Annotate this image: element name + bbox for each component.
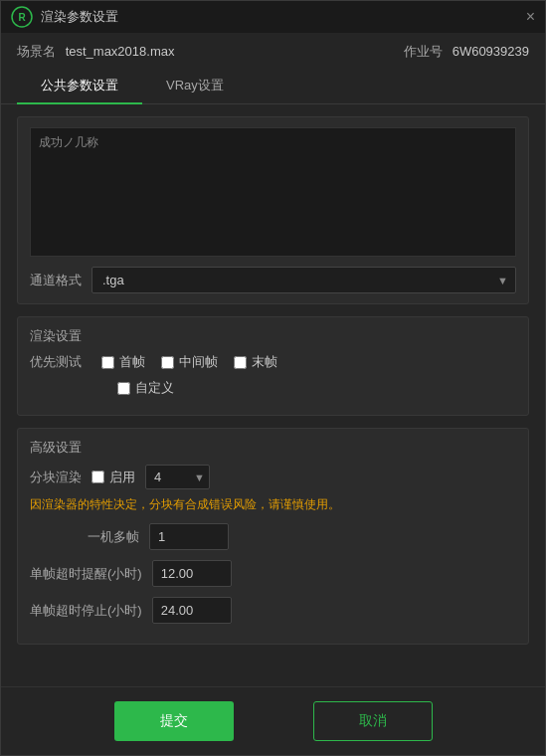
timeout-warning-label: 单帧超时提醒(小时) [30, 565, 142, 583]
main-window: R 渲染参数设置 × 场景名 test_max2018.max 作业号 6W60… [0, 0, 546, 756]
preview-label: 成功ノ几称 [39, 134, 98, 151]
cancel-button[interactable]: 取消 [313, 701, 433, 741]
format-row: 通道格式 .tga .png .exr .jpg ▼ [30, 267, 516, 293]
close-button[interactable]: × [526, 9, 535, 25]
scene-value: test_max2018.max [66, 44, 175, 59]
format-select-wrapper: .tga .png .exr .jpg ▼ [91, 267, 516, 293]
frames-per-machine-label: 一机多帧 [30, 528, 139, 546]
block-count-select[interactable]: 2 4 8 16 [145, 465, 210, 489]
preview-image-area: 成功ノ几称 [30, 127, 516, 257]
block-enable-input[interactable] [91, 471, 104, 483]
preview-section: 成功ノ几称 通道格式 .tga .png .exr .jpg ▼ [17, 116, 529, 304]
block-count-select-wrapper: 2 4 8 16 ▼ [145, 465, 210, 489]
priority-label: 优先测试 [30, 353, 82, 371]
checkbox-mid-frame-input[interactable] [161, 356, 174, 369]
timeout-warning-row: 单帧超时提醒(小时) [30, 560, 516, 587]
app-logo: R [11, 6, 33, 28]
timeout-stop-input[interactable] [152, 597, 232, 624]
tab-vray-settings[interactable]: VRay设置 [142, 69, 248, 104]
timeout-stop-row: 单帧超时停止(小时) [30, 597, 516, 624]
block-enable-checkbox[interactable]: 启用 [91, 469, 135, 486]
submit-button[interactable]: 提交 [114, 701, 234, 741]
render-test-section: 渲染设置 优先测试 首帧 中间帧 末帧 自定义 [17, 316, 529, 416]
footer: 提交 取消 [1, 686, 545, 755]
last-frame-label: 末帧 [252, 353, 277, 371]
title-bar-left: R 渲染参数设置 [11, 6, 118, 28]
title-text: 渲染参数设置 [41, 8, 118, 26]
frames-per-machine-input[interactable] [149, 523, 229, 550]
content-area: 成功ノ几称 通道格式 .tga .png .exr .jpg ▼ 渲染设置 [1, 104, 545, 686]
checkbox-last-frame-input[interactable] [234, 356, 247, 369]
job-label: 作业号 [404, 44, 443, 59]
format-select[interactable]: .tga .png .exr .jpg [91, 267, 516, 293]
checkbox-first-frame-input[interactable] [101, 356, 114, 369]
format-label: 通道格式 [30, 272, 82, 289]
timeout-warning-input[interactable] [152, 560, 232, 587]
render-options-row2: 自定义 [30, 379, 516, 397]
block-render-row: 分块渲染 启用 2 4 8 16 ▼ [30, 465, 516, 489]
custom-label: 自定义 [135, 379, 174, 397]
title-bar: R 渲染参数设置 × [1, 1, 545, 33]
job-area: 作业号 6W60939239 [404, 43, 529, 61]
timeout-stop-label: 单帧超时停止(小时) [30, 602, 142, 620]
mid-frame-label: 中间帧 [179, 353, 218, 371]
checkbox-custom-input[interactable] [117, 382, 130, 395]
block-enable-label: 启用 [109, 469, 135, 486]
scene-name-area: 场景名 test_max2018.max [17, 43, 174, 61]
checkbox-first-frame[interactable]: 首帧 [101, 353, 145, 371]
block-render-warning: 因渲染器的特性决定，分块有合成错误风险，请谨慎使用。 [30, 495, 516, 513]
advanced-section: 高级设置 分块渲染 启用 2 4 8 16 ▼ [17, 428, 529, 645]
advanced-section-title: 高级设置 [30, 439, 516, 457]
checkbox-mid-frame[interactable]: 中间帧 [161, 353, 218, 371]
tabs-bar: 公共参数设置 VRay设置 [1, 69, 545, 104]
first-frame-label: 首帧 [119, 353, 145, 371]
scene-label: 场景名 [17, 44, 56, 59]
tab-public-params[interactable]: 公共参数设置 [17, 69, 142, 104]
svg-text:R: R [18, 12, 26, 23]
render-options-row1: 优先测试 首帧 中间帧 末帧 [30, 353, 516, 371]
checkbox-custom[interactable]: 自定义 [117, 379, 174, 397]
job-value: 6W60939239 [453, 44, 529, 59]
render-section-title: 渲染设置 [30, 327, 516, 345]
block-render-label: 分块渲染 [30, 469, 82, 486]
frames-per-machine-row: 一机多帧 [30, 523, 516, 550]
scene-info: 场景名 test_max2018.max 作业号 6W60939239 [1, 33, 545, 69]
checkbox-last-frame[interactable]: 末帧 [234, 353, 277, 371]
